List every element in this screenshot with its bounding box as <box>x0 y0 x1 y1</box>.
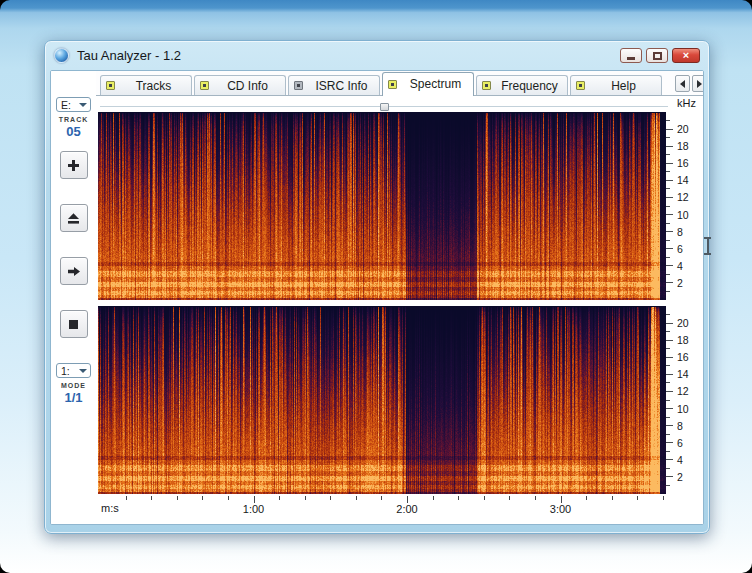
freq-tick <box>666 248 673 249</box>
slider-thumb[interactable] <box>380 103 389 111</box>
time-tick <box>458 496 459 500</box>
time-tick <box>381 496 382 500</box>
freq-tick-label: 2 <box>677 471 683 483</box>
tab-isrc-info[interactable]: ISRC Info <box>288 75 380 95</box>
spectrogram-row: 24681012141618202468101214161820 <box>98 112 704 494</box>
tab-frequency[interactable]: Frequency <box>476 75 568 95</box>
extract-icon <box>61 159 87 172</box>
time-tick <box>509 496 510 500</box>
eject-button[interactable] <box>60 204 88 232</box>
freq-tick-label: 10 <box>677 209 689 221</box>
freq-tick <box>666 365 670 366</box>
mode-value: 1/1 <box>51 390 96 405</box>
freq-tick <box>666 314 670 315</box>
drive-select[interactable]: E: <box>56 97 91 112</box>
frequency-axis-channel-1: 2468101214161820 <box>666 112 704 300</box>
freq-tick <box>666 476 673 477</box>
time-tick <box>586 496 587 500</box>
time-tick <box>407 496 408 503</box>
freq-tick <box>666 206 670 207</box>
tab-spectrum[interactable]: Spectrum <box>382 72 474 96</box>
tab-label: Tracks <box>121 79 186 93</box>
freq-tick <box>666 442 673 443</box>
maximize-icon <box>653 52 662 60</box>
titlebar[interactable]: Tau Analyzer - 1.2 × <box>45 41 709 70</box>
stop-icon <box>61 318 87 331</box>
time-tick <box>126 496 127 500</box>
tab-help[interactable]: Help <box>570 75 662 95</box>
time-tick-label: 1:00 <box>243 503 264 515</box>
freq-tick <box>666 188 670 189</box>
desktop: Tau Analyzer - 1.2 × E: TRACK 05 1: <box>0 0 752 573</box>
freq-tick <box>666 400 670 401</box>
time-tick <box>330 496 331 500</box>
time-tick <box>202 496 203 500</box>
freq-tick-label: 20 <box>677 123 689 135</box>
freq-tick <box>666 240 670 241</box>
tab-marker-icon <box>294 81 303 90</box>
transport-buttons <box>51 151 96 338</box>
app-window: Tau Analyzer - 1.2 × E: TRACK 05 1: <box>44 40 710 534</box>
freq-tick <box>666 459 673 460</box>
freq-tick <box>666 257 670 258</box>
time-tick-label: 2:00 <box>396 503 417 515</box>
tab-scroll-buttons <box>675 75 704 95</box>
freq-tick <box>666 282 673 283</box>
play-button[interactable] <box>60 257 88 285</box>
app-icon <box>54 48 69 63</box>
freq-tick-label: 16 <box>677 157 689 169</box>
freq-tick-label: 18 <box>677 334 689 346</box>
eject-icon <box>61 212 87 225</box>
mode-select[interactable]: 1: <box>56 363 91 378</box>
main-panel: TracksCD InfoISRC InfoSpectrumFrequencyH… <box>96 71 704 524</box>
freq-tick <box>666 197 673 198</box>
freq-tick <box>666 171 670 172</box>
freq-tick-label: 20 <box>677 317 689 329</box>
freq-tick <box>666 331 670 332</box>
freq-tick-label: 16 <box>677 351 689 363</box>
extract-button[interactable] <box>60 151 88 179</box>
freq-tick <box>666 374 673 375</box>
position-slider[interactable] <box>100 103 668 112</box>
time-tick <box>228 496 229 500</box>
time-tick <box>305 496 306 500</box>
right-triangle-icon <box>697 80 702 88</box>
spectrogram-channel-1[interactable] <box>98 112 666 300</box>
freq-tick <box>666 468 670 469</box>
freq-tick-label: 6 <box>677 437 683 449</box>
left-triangle-icon <box>680 80 685 88</box>
chevron-down-icon <box>79 103 87 107</box>
time-tick <box>535 496 536 500</box>
tab-tracks[interactable]: Tracks <box>100 75 192 95</box>
tab-cd-info[interactable]: CD Info <box>194 75 286 95</box>
spectrogram-channel-2[interactable] <box>98 306 666 494</box>
freq-tick <box>666 154 670 155</box>
tab-scroll-right-button[interactable] <box>692 75 704 92</box>
sidebar: E: TRACK 05 1: MODE 1/1 <box>51 71 96 524</box>
freq-tick-label: 4 <box>677 260 683 272</box>
i-beam-cursor-icon <box>703 236 712 256</box>
freq-tick-label: 8 <box>677 226 683 238</box>
stop-button[interactable] <box>60 310 88 338</box>
maximize-button[interactable] <box>646 48 668 63</box>
tabs: TracksCD InfoISRC InfoSpectrumFrequencyH… <box>100 72 664 95</box>
tab-label: CD Info <box>215 79 280 93</box>
freq-tick-label: 12 <box>677 191 689 203</box>
time-axis-label: m:s <box>101 502 119 514</box>
tab-scroll-left-button[interactable] <box>675 75 690 92</box>
freq-tick <box>666 323 673 324</box>
tab-marker-icon <box>576 81 585 90</box>
freq-tick <box>666 180 673 181</box>
freq-tick <box>666 340 673 341</box>
time-ticks: 1:002:003:00 <box>100 496 668 518</box>
freq-tick <box>666 425 673 426</box>
close-button[interactable]: × <box>672 48 700 63</box>
freq-tick-label: 14 <box>677 174 689 186</box>
freq-tick <box>666 274 670 275</box>
freq-tick-label: 6 <box>677 243 683 255</box>
minimize-button[interactable] <box>620 48 642 63</box>
spectrum-panel: kHz 24681012141618202468101214161820 1:0… <box>96 96 704 524</box>
tab-bar: TracksCD InfoISRC InfoSpectrumFrequencyH… <box>96 71 704 96</box>
minimize-icon <box>627 57 635 60</box>
freq-tick <box>666 214 673 215</box>
